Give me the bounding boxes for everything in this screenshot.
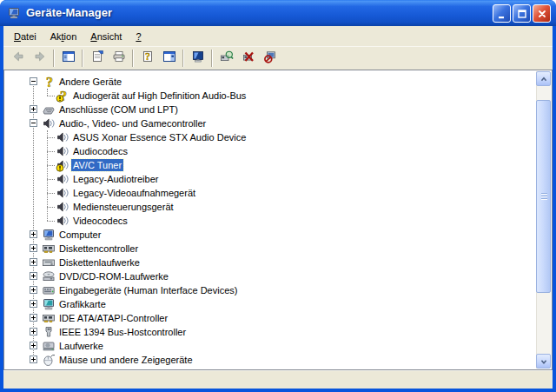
expand-toggle-icon[interactable] — [30, 300, 37, 308]
menu-item-ansicht[interactable]: Ansicht — [83, 29, 129, 44]
tree-item-label[interactable]: ASUS Xonar Essence STX Audio Device — [71, 131, 248, 143]
scroll-up-button[interactable] — [536, 71, 551, 86]
vertical-scrollbar[interactable] — [536, 71, 551, 369]
tree-item-ieee-1394-bus-hostcontroller[interactable]: IEEE 1394 Bus-Hostcontroller — [5, 325, 536, 339]
uninstall-device-button[interactable] — [259, 48, 281, 69]
scrollbar-grip-icon — [541, 193, 547, 200]
collapse-toggle-icon[interactable] — [30, 77, 37, 85]
tree-item-label[interactable]: Grafikkarte — [57, 298, 108, 310]
tree-item-label[interactable]: IEEE 1394 Bus-Hostcontroller — [57, 326, 188, 338]
tree-item-audiogerat-auf-high-definition-audio-bus[interactable]: ?Audiogerät auf High Definition Audio-Bu… — [5, 89, 536, 103]
computer-icon — [42, 228, 56, 242]
tree-item-label[interactable]: Mediensteuerungsgerät — [71, 201, 175, 213]
tree-item-label[interactable]: Audio-, Video- und Gamecontroller — [57, 117, 208, 130]
maximize-button[interactable] — [513, 4, 531, 23]
tree-item-label[interactable]: Videocodecs — [71, 215, 129, 227]
tree-item-grafikkarte[interactable]: Grafikkarte — [5, 297, 536, 311]
disable-device-icon — [242, 50, 255, 67]
menu-item-aktion[interactable]: Aktion — [43, 29, 84, 44]
hid-icon — [42, 283, 56, 297]
menu-item-hilfe[interactable]: ? — [129, 29, 148, 44]
scrollbar-thumb[interactable] — [536, 100, 551, 293]
tree-item-label[interactable]: Computer — [57, 229, 103, 241]
window-controls — [493, 4, 551, 23]
tree-item-ide-ata-atapi-controller[interactable]: IDE ATA/ATAPI-Controller — [5, 311, 536, 325]
expand-toggle-icon[interactable] — [30, 328, 37, 336]
tree-item-anschlusse-com-und-lpt[interactable]: Anschlüsse (COM und LPT) — [5, 103, 536, 116]
serial-port-icon — [42, 103, 56, 116]
tree-item-label[interactable]: DVD/CD-ROM-Laufwerke — [57, 270, 170, 282]
tree-item-label[interactable]: Diskettencontroller — [57, 243, 140, 255]
titlebar[interactable]: Geräte-Manager — [0, 0, 556, 26]
show-console-tree-button[interactable] — [57, 48, 79, 69]
svg-text:?: ? — [145, 50, 150, 63]
audio-device-icon — [56, 172, 70, 186]
tree-item-asus-xonar-essence-stx-audio-device[interactable]: ASUS Xonar Essence STX Audio Device — [5, 130, 536, 144]
update-driver-button[interactable] — [187, 48, 208, 69]
floppy-controller-icon — [42, 242, 56, 256]
tree-item-label[interactable]: Legacy-Videoaufnahmegerät — [71, 187, 197, 199]
tree-item-av-c-tuner[interactable]: AV/C Tuner — [5, 158, 536, 172]
device-tree: ?Andere Geräte?Audiogerät auf High Defin… — [5, 71, 536, 369]
tree-item-audio-video-und-gamecontroller[interactable]: Audio-, Video- und Gamecontroller — [5, 116, 536, 130]
properties-button[interactable] — [86, 48, 108, 69]
tree-item-label[interactable]: Mäuse und andere Zeigegeräte — [57, 354, 195, 366]
tree-item-dvd-cd-rom-laufwerke[interactable]: DVD/CD-ROM-Laufwerke — [5, 269, 536, 283]
tree-item-label[interactable]: Audiogerät auf High Definition Audio-Bus — [71, 90, 248, 102]
show-action-pane-button[interactable] — [158, 48, 180, 69]
console-tree-icon — [62, 50, 76, 67]
expand-toggle-icon[interactable] — [30, 244, 37, 252]
expand-toggle-icon[interactable] — [30, 355, 37, 363]
display-adapter-icon — [42, 297, 56, 311]
uninstall-device-icon — [263, 50, 277, 67]
expand-toggle-icon[interactable] — [30, 258, 37, 266]
scroll-down-button[interactable] — [536, 354, 551, 369]
tree-item-label[interactable]: Anschlüsse (COM und LPT) — [57, 103, 180, 116]
tree-item-label[interactable]: Laufwerke — [57, 340, 105, 352]
audio-device-icon — [42, 116, 56, 130]
tree-item-label[interactable]: Eingabegeräte (Human Interface Devices) — [57, 284, 239, 296]
expand-toggle-icon[interactable] — [30, 342, 37, 349]
tree-item-legacy-videoaufnahmegerat[interactable]: Legacy-Videoaufnahmegerät — [5, 186, 536, 200]
tree-item-audiocodecs[interactable]: Audiocodecs — [5, 144, 536, 158]
print-button[interactable] — [108, 48, 129, 69]
arrow-right-icon — [33, 50, 47, 67]
tree-item-computer[interactable]: Computer — [5, 228, 536, 242]
expand-toggle-icon[interactable] — [30, 314, 37, 322]
toolbar: ? — [3, 46, 553, 70]
tree-item-andere-gerate[interactable]: ?Andere Geräte — [5, 75, 536, 89]
properties-icon — [90, 50, 104, 67]
ieee1394-icon — [42, 325, 56, 339]
minimize-button[interactable] — [493, 4, 511, 23]
expand-toggle-icon[interactable] — [30, 286, 37, 294]
tree-item-label[interactable]: Audiocodecs — [71, 145, 129, 157]
tree-item-laufwerke[interactable]: Laufwerke — [5, 339, 536, 353]
tree-item-diskettencontroller[interactable]: Diskettencontroller — [5, 242, 536, 256]
tree-item-diskettenlaufwerke[interactable]: Diskettenlaufwerke — [5, 256, 536, 269]
tree-item-label[interactable]: Diskettenlaufwerke — [57, 256, 142, 269]
tree-item-label[interactable]: Legacy-Audiotreiber — [71, 173, 160, 185]
expand-toggle-icon[interactable] — [30, 105, 37, 113]
tree-item-label[interactable]: AV/C Tuner — [71, 159, 123, 171]
tree-item-legacy-audiotreiber[interactable]: Legacy-Audiotreiber — [5, 172, 536, 186]
tree-item-label[interactable]: Andere Geräte — [57, 76, 123, 88]
expand-toggle-icon[interactable] — [30, 230, 37, 238]
expand-toggle-icon[interactable] — [30, 272, 37, 280]
disable-device-button[interactable] — [237, 48, 259, 69]
update-driver-icon — [191, 50, 205, 67]
menu-item-datei[interactable]: Datei — [7, 29, 43, 44]
close-button[interactable] — [533, 4, 551, 23]
tree-item-eingabegerate-human-interface-devices[interactable]: Eingabegeräte (Human Interface Devices) — [5, 283, 536, 297]
unknown-device-icon: ? — [42, 75, 56, 89]
toolbar-separator — [132, 50, 134, 67]
tree-item-mause-und-andere-zeigegerate[interactable]: Mäuse und andere Zeigegeräte — [5, 353, 536, 367]
scan-hardware-changes-button[interactable] — [215, 48, 237, 69]
cdrom-drive-icon — [42, 269, 56, 283]
tree-item-videocodecs[interactable]: Videocodecs — [5, 214, 536, 228]
close-icon — [536, 8, 548, 20]
help-button[interactable]: ? — [136, 48, 158, 69]
window-title: Geräte-Manager — [26, 0, 112, 25]
collapse-toggle-icon[interactable] — [30, 119, 37, 127]
tree-item-mediensteuerungsgerat[interactable]: Mediensteuerungsgerät — [5, 200, 536, 214]
tree-item-label[interactable]: IDE ATA/ATAPI-Controller — [57, 312, 169, 324]
